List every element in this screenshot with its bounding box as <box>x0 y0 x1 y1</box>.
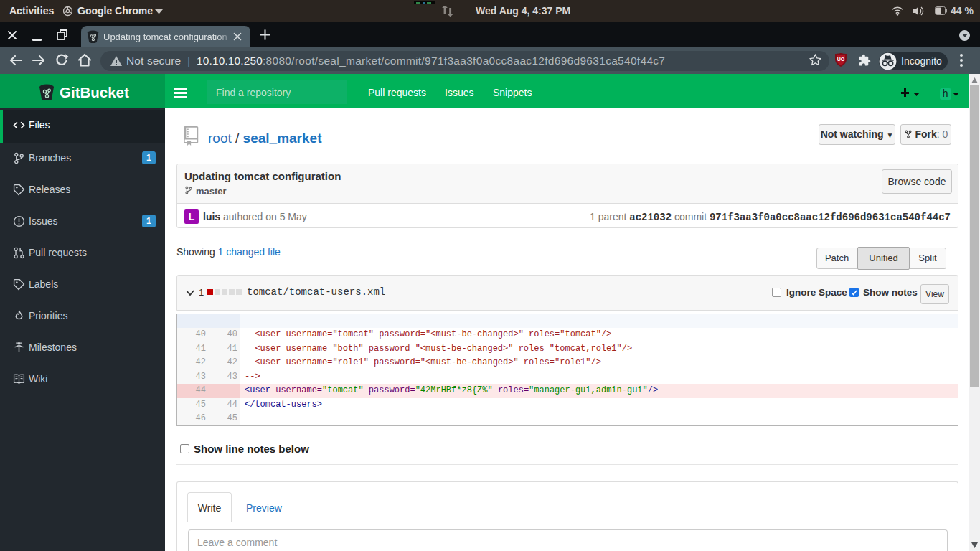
svg-text:UO: UO <box>837 57 845 62</box>
